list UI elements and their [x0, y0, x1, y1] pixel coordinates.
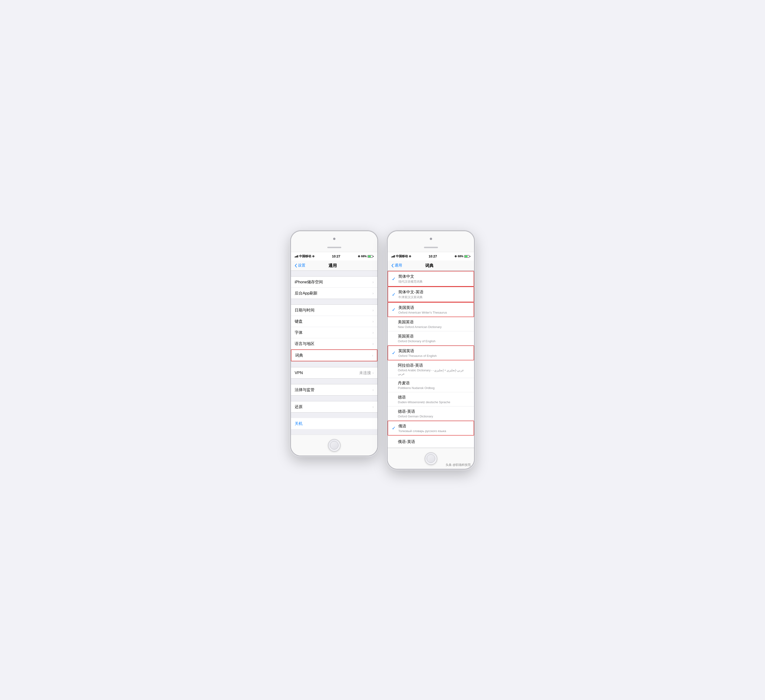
settings-content: iPhone储存空间 › 后台App刷新 › 日期与时间 › [291, 271, 377, 435]
dict-name: 美国英语 [398, 319, 470, 325]
dict-item[interactable]: 丹麦语Politikens Nudansk Ordbog [388, 378, 474, 392]
page-title-2: 词典 [425, 263, 433, 268]
vpn-row[interactable]: VPN 未连接 › [291, 367, 377, 378]
dict-name: 简体中文-英语 [398, 289, 470, 295]
phone-1-top-bezel [291, 231, 377, 252]
home-button-1[interactable] [328, 439, 341, 452]
battery-icon [368, 255, 374, 258]
chevron-icon: › [373, 371, 374, 375]
list-item[interactable]: 语言与地区 › [291, 338, 377, 349]
dict-item[interactable]: ✓简体中文现代汉语规范词典 [388, 271, 474, 287]
status-bar-2: 中国移动 ⊜ 10:27 ⊕ 68% [388, 252, 474, 261]
power-off-button[interactable]: 关机 [291, 418, 377, 429]
dict-item[interactable]: 英国英语Oxford Dictionary of English [388, 331, 474, 345]
phone-2: 中国移动 ⊜ 10:27 ⊕ 68% 通用 词典 [387, 231, 474, 469]
location-icon-2: ⊕ [455, 255, 457, 258]
dict-section: ✓简体中文现代汉语规范词典✓简体中文-英语牛津英汉汉英词典✓美国英语Oxford… [388, 271, 474, 448]
dict-sub: Duden-Wissensnetz deutsche Sprache [398, 400, 470, 404]
chevron-icon: › [373, 331, 374, 335]
camera-icon [333, 238, 335, 240]
phone-1: 中国移动 ⊜ 10:27 ⊕ 68% 设置 通用 [291, 231, 378, 456]
dict-sub: 牛津英汉汉英词典 [398, 295, 470, 299]
page-title-1: 通用 [329, 263, 337, 268]
wifi-icon-2: ⊜ [409, 255, 411, 258]
chevron-icon: › [373, 280, 374, 284]
phone-2-top-bezel [388, 231, 474, 252]
dict-name: 美国英语 [398, 305, 470, 310]
dict-sub: New Oxford American Dictionary [398, 325, 470, 329]
check-icon: ✓ [392, 307, 398, 312]
back-button-2[interactable]: 通用 [391, 263, 402, 268]
list-item[interactable]: iPhone储存空间 › [291, 276, 377, 288]
back-label-1: 设置 [298, 263, 305, 268]
chevron-icon: › [373, 291, 374, 295]
section-4: 法律与监管 › [291, 384, 377, 396]
dict-name: 德语-英语 [398, 409, 470, 414]
dict-name: 阿拉伯语-英语 [398, 363, 470, 368]
dict-sub: 现代汉语规范词典 [398, 279, 470, 284]
dictionary-row[interactable]: 词典 › [291, 349, 377, 361]
nav-bar-1: 设置 通用 [291, 261, 377, 271]
dict-item[interactable]: ✓俄语Толковый словарь русского языка [388, 421, 474, 436]
dict-content: ✓简体中文现代汉语规范词典✓简体中文-英语牛津英汉汉英词典✓美国英语Oxford… [388, 271, 474, 448]
battery-percent: 68% [361, 255, 367, 258]
camera-icon-2 [430, 238, 432, 240]
carrier-label-2: 中国移动 [396, 254, 408, 258]
dict-name: 丹麦语 [398, 380, 470, 386]
dict-item[interactable]: 俄语-英语 [388, 436, 474, 448]
section-5: 还原 › [291, 401, 377, 413]
list-item[interactable]: 字体 › [291, 327, 377, 338]
section-3: VPN 未连接 › [291, 367, 377, 378]
carrier-label: 中国移动 [299, 254, 311, 258]
chevron-icon: › [373, 388, 374, 392]
dict-sub: Oxford Dictionary of English [398, 339, 470, 343]
home-button-2[interactable] [425, 452, 437, 465]
back-label-2: 通用 [395, 263, 402, 268]
dict-sub: Oxford Arabic Dictionary - عربي-إنجليزي … [398, 369, 470, 375]
reset-row[interactable]: 还原 › [291, 401, 377, 412]
speaker [327, 247, 341, 248]
dict-name: 英国英语 [398, 348, 470, 354]
dict-item[interactable]: 德语-英语Oxford German Dictionary [388, 407, 474, 421]
dict-item[interactable]: 阿拉伯语-英语Oxford Arabic Dictionary - عربي-إ… [388, 360, 474, 378]
dict-item[interactable]: 美国英语New Oxford American Dictionary [388, 317, 474, 331]
check-icon: ✓ [392, 276, 398, 282]
nav-bar-2: 通用 词典 [388, 261, 474, 271]
dict-item[interactable]: ✓简体中文-英语牛津英汉汉英词典 [388, 287, 474, 302]
chevron-icon: › [373, 308, 374, 312]
section-1: iPhone储存空间 › 后台App刷新 › [291, 276, 377, 299]
dict-name: 俄语 [398, 424, 470, 429]
location-icon: ⊕ [358, 255, 360, 258]
wifi-icon: ⊜ [312, 255, 315, 258]
dict-name: 英国英语 [398, 334, 470, 339]
list-item[interactable]: 日期与时间 › [291, 305, 377, 316]
phone-1-bottom-bezel [291, 435, 377, 455]
dict-item[interactable]: ✓美国英语Oxford American Writer's Thesaurus [388, 302, 474, 317]
main-container: 中国移动 ⊜ 10:27 ⊕ 68% 设置 通用 [291, 231, 474, 469]
battery-percent-2: 68% [458, 255, 463, 258]
dict-sub: Толковый словарь русского языка [398, 429, 470, 433]
battery-icon-2 [464, 255, 470, 258]
chevron-icon: › [373, 319, 374, 323]
check-icon: ✓ [392, 292, 398, 297]
list-item[interactable]: 后台App刷新 › [291, 288, 377, 299]
dict-sub: Oxford Thesaurus of English [398, 354, 470, 358]
dict-name: 德语 [398, 395, 470, 400]
signal-icon-2 [391, 255, 395, 257]
chevron-icon: › [372, 353, 373, 358]
back-button-1[interactable]: 设置 [295, 263, 305, 268]
dict-sub: Oxford German Dictionary [398, 414, 470, 418]
time-display: 10:27 [332, 254, 340, 258]
chevron-icon: › [373, 405, 374, 409]
dict-sub: Politikens Nudansk Ordbog [398, 386, 470, 390]
chevron-icon: › [373, 342, 374, 346]
dict-item[interactable]: ✓英国英语Oxford Thesaurus of English [388, 345, 474, 360]
list-item[interactable]: 键盘 › [291, 316, 377, 327]
section-2: 日期与时间 › 键盘 › 字体 › [291, 304, 377, 361]
dict-item[interactable]: 德语Duden-Wissensnetz deutsche Sprache [388, 392, 474, 407]
watermark: 头条 @职场科技范 [445, 463, 471, 467]
dict-name: 简体中文 [398, 274, 470, 279]
time-display-2: 10:27 [429, 254, 437, 258]
speaker-2 [424, 247, 438, 248]
legal-row[interactable]: 法律与监管 › [291, 385, 377, 395]
